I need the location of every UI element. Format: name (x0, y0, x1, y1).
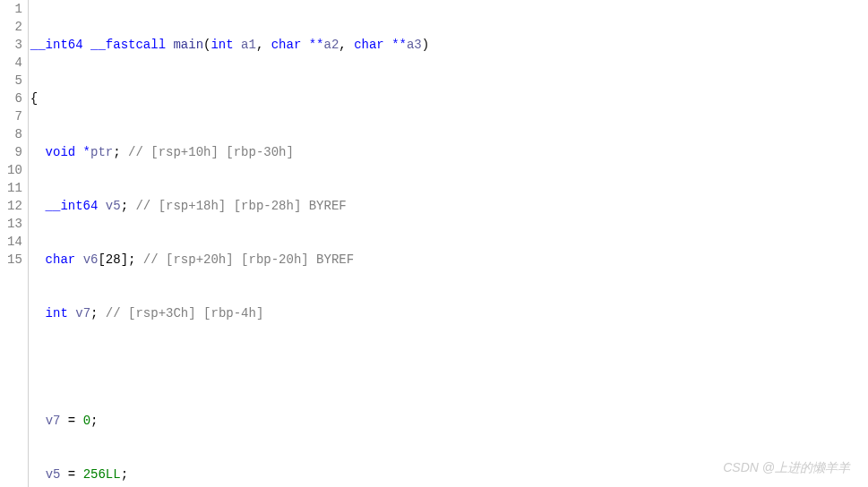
comment: // [rsp+3Ch] [rbp-4h] (106, 306, 263, 320)
line-number: 7 (7, 107, 22, 125)
line-number: 10 (7, 161, 22, 179)
line-number: 14 (7, 233, 22, 251)
code-body[interactable]: __int64 __fastcall main(int a1, char **a… (29, 0, 868, 487)
code-line[interactable]: int v7; // [rsp+3Ch] [rbp-4h] (30, 304, 868, 322)
comment: // [rsp+20h] [rbp-20h] BYREF (143, 252, 354, 267)
keyword: char ** (271, 38, 324, 52)
indent (30, 467, 46, 482)
variable[interactable]: v5 (106, 199, 121, 213)
code-line[interactable]: __int64 __fastcall main(int a1, char **a… (30, 36, 868, 54)
line-number: 15 (7, 251, 22, 269)
line-number: 5 (7, 72, 22, 90)
keyword: __int64 __fastcall (30, 38, 174, 52)
code-line[interactable]: __int64 v5; // [rsp+18h] [rbp-28h] BYREF (30, 197, 868, 215)
code-line[interactable] (30, 358, 868, 376)
line-number: 1 (7, 0, 22, 18)
param[interactable]: a2 (324, 38, 339, 52)
operator: = (60, 414, 82, 428)
keyword: char (30, 252, 83, 267)
semicolon: ; (113, 145, 128, 159)
semicolon: ; (90, 414, 98, 428)
keyword: int (30, 306, 75, 320)
code-editor[interactable]: 1 2 3 4 5 6 7 8 9 10 11 12 13 14 15 __in… (0, 0, 868, 487)
variable[interactable]: v7 (46, 414, 61, 428)
keyword: __int64 (30, 199, 106, 213)
comma: , (256, 38, 271, 52)
semicolon: ; (121, 199, 136, 213)
brace: { (30, 91, 38, 106)
variable[interactable]: v6 (83, 252, 99, 267)
function-name[interactable]: main (173, 38, 203, 52)
paren: ) (422, 38, 429, 52)
variable[interactable]: v5 (46, 467, 61, 482)
param[interactable]: a3 (407, 38, 422, 52)
number: 0 (83, 414, 90, 428)
code-line[interactable]: char v6[28]; // [rsp+20h] [rbp-20h] BYRE… (30, 251, 868, 269)
comment: // [rsp+10h] [rbp-30h] (128, 145, 294, 159)
array-decl: [28]; (98, 252, 142, 267)
keyword: char ** (354, 38, 407, 52)
number: 256LL (83, 467, 121, 482)
line-number: 11 (7, 179, 22, 197)
param[interactable]: a1 (241, 38, 256, 52)
variable[interactable]: v7 (75, 306, 90, 320)
watermark: CSDN @上进的懒羊羊 (723, 460, 850, 476)
indent (30, 414, 46, 428)
line-number: 2 (7, 18, 22, 36)
code-line[interactable]: v7 = 0; (30, 412, 868, 430)
semicolon: ; (90, 306, 106, 320)
line-number: 3 (7, 36, 22, 54)
code-line[interactable]: { (30, 90, 868, 107)
semicolon: ; (121, 467, 128, 482)
keyword: int (211, 38, 241, 52)
line-number: 13 (7, 215, 22, 233)
comma: , (339, 38, 354, 52)
operator: = (60, 467, 82, 482)
line-number: 4 (7, 54, 22, 72)
line-number: 8 (7, 125, 22, 143)
code-line[interactable]: void *ptr; // [rsp+10h] [rbp-30h] (30, 143, 868, 161)
comment: // [rsp+18h] [rbp-28h] BYREF (135, 199, 346, 213)
line-number: 6 (7, 90, 22, 107)
variable[interactable]: ptr (90, 145, 113, 159)
line-number: 9 (7, 143, 22, 161)
keyword: void * (30, 145, 90, 159)
line-gutter: 1 2 3 4 5 6 7 8 9 10 11 12 13 14 15 (0, 0, 29, 487)
line-number: 12 (7, 197, 22, 215)
